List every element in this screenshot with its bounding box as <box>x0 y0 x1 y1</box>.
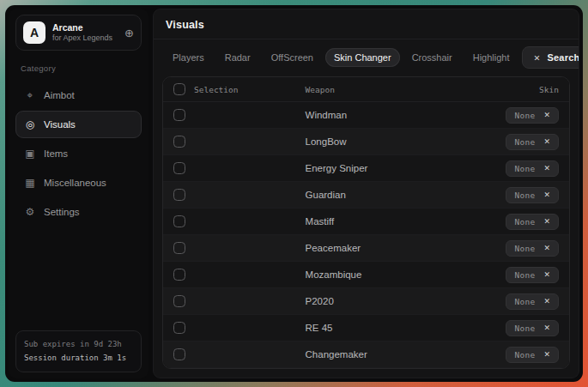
target-icon[interactable]: ⊕ <box>124 27 134 39</box>
sidebar-item[interactable]: ▣ Items <box>15 140 142 167</box>
page-title: Visuals <box>166 19 567 31</box>
sidebar-item[interactable]: ◎ Visuals <box>15 111 142 138</box>
clear-skin-x-icon[interactable]: ✕ <box>543 270 550 279</box>
row-checkbox[interactable] <box>173 136 185 148</box>
clear-skin-x-icon[interactable]: ✕ <box>543 297 550 305</box>
selection-column-header: Selection <box>194 85 238 94</box>
box-icon: ▣ <box>24 148 36 160</box>
skin-select-chip[interactable]: None ✕ <box>506 240 559 257</box>
skin-select-chip[interactable]: None ✕ <box>506 134 559 150</box>
row-checkbox[interactable] <box>173 215 185 227</box>
grid-icon: ▦ <box>24 177 36 189</box>
weapon-name: P2020 <box>306 296 334 306</box>
sidebar-item-label: Items <box>44 148 68 159</box>
clear-skin-x-icon[interactable]: ✕ <box>543 111 550 119</box>
skin-select-chip[interactable]: None ✕ <box>506 160 559 177</box>
weapon-name: Energy Sniper <box>306 163 368 173</box>
sidebar-item-label: Aimbot <box>44 90 75 100</box>
table-row: RE 45 None ✕ <box>163 315 569 342</box>
sidebar: A Arcane for Apex Legends ⊕ Category ⌖ A… <box>9 9 149 378</box>
sidebar-item-label: Miscellaneous <box>44 178 106 188</box>
table-row: Mastiff None ✕ <box>163 209 569 235</box>
table-row: P2020 None ✕ <box>163 288 569 315</box>
skin-column-header: Skin <box>539 85 559 94</box>
app-logo: A <box>23 21 45 44</box>
app-title: Arcane <box>52 22 118 33</box>
clear-skin-x-icon[interactable]: ✕ <box>543 350 550 359</box>
crosshair-icon: ⌖ <box>24 89 36 101</box>
tab[interactable]: Crosshair <box>403 48 461 67</box>
table-row: Peacemaker None ✕ <box>163 235 569 262</box>
skin-select-chip[interactable]: None ✕ <box>506 267 559 283</box>
search-button-label: Search <box>548 52 580 63</box>
clear-skin-x-icon[interactable]: ✕ <box>543 324 550 332</box>
clear-skin-x-icon[interactable]: ✕ <box>543 137 550 146</box>
sidebar-item[interactable]: ⌖ Aimbot <box>15 82 142 109</box>
table-header-row: Selection Weapon Skin <box>163 77 569 102</box>
skin-value: None <box>514 324 535 333</box>
table-row: Mozambique None ✕ <box>163 262 569 288</box>
clear-skin-x-icon[interactable]: ✕ <box>543 164 550 172</box>
eye-icon: ◎ <box>24 118 36 130</box>
sidebar-item[interactable]: ▦ Miscellaneous <box>15 169 142 197</box>
app-window: A Arcane for Apex Legends ⊕ Category ⌖ A… <box>5 5 583 382</box>
desktop-background: A Arcane for Apex Legends ⊕ Category ⌖ A… <box>0 0 588 387</box>
skin-select-chip[interactable]: None ✕ <box>506 107 559 124</box>
skin-value: None <box>514 111 535 120</box>
table-row: Changemaker None ✕ <box>163 342 569 368</box>
tab-bar: Players Radar OffScreen Skin Changer Cro… <box>154 39 579 74</box>
row-checkbox[interactable] <box>173 189 185 201</box>
skin-value: None <box>514 297 535 306</box>
tab-label: Players <box>173 52 204 63</box>
weapon-name: Mastiff <box>306 216 335 227</box>
table-row: Windman None ✕ <box>163 102 569 129</box>
row-checkbox[interactable] <box>173 109 185 121</box>
tab[interactable]: Skin Changer <box>325 48 400 67</box>
sidebar-item[interactable]: ⚙ Settings <box>15 198 142 226</box>
search-button[interactable]: ✕ Search <box>522 46 579 69</box>
skin-value: None <box>514 137 535 147</box>
tab-label: OffScreen <box>271 52 313 63</box>
clear-skin-x-icon[interactable]: ✕ <box>543 217 550 226</box>
weapon-name: RE 45 <box>306 323 333 333</box>
weapon-name: Peacemaker <box>306 243 361 253</box>
clear-skin-x-icon[interactable]: ✕ <box>543 190 550 199</box>
weapon-name: Changemaker <box>306 349 367 360</box>
tab-label: Highlight <box>473 52 510 63</box>
skin-value: None <box>514 270 535 280</box>
tab-label: Crosshair <box>412 52 452 63</box>
weapon-name: Guardian <box>306 190 346 200</box>
tab[interactable]: Highlight <box>464 48 518 67</box>
table-row: Energy Sniper None ✕ <box>163 155 569 182</box>
skin-select-chip[interactable]: None ✕ <box>506 293 559 310</box>
skin-select-chip[interactable]: None ✕ <box>506 214 559 230</box>
skin-value: None <box>514 244 535 253</box>
skin-select-chip[interactable]: None ✕ <box>506 320 559 336</box>
row-checkbox[interactable] <box>173 162 185 174</box>
clear-skin-x-icon[interactable]: ✕ <box>543 244 550 252</box>
row-checkbox[interactable] <box>173 269 185 281</box>
table-row: LongBow None ✕ <box>163 129 569 155</box>
tab[interactable]: Radar <box>216 48 259 67</box>
app-subtitle: for Apex Legends <box>52 33 118 43</box>
skin-select-chip[interactable]: None ✕ <box>506 187 559 203</box>
skin-value: None <box>514 350 535 360</box>
weapon-name: Mozambique <box>306 269 362 280</box>
row-checkbox[interactable] <box>173 242 185 254</box>
sidebar-item-label: Visuals <box>44 119 76 130</box>
row-checkbox[interactable] <box>173 295 185 307</box>
tab[interactable]: Players <box>164 48 213 67</box>
app-header-card: A Arcane for Apex Legends ⊕ <box>15 15 142 51</box>
tab-label: Skin Changer <box>334 52 391 63</box>
row-checkbox[interactable] <box>173 322 185 334</box>
tab[interactable]: OffScreen <box>263 48 322 67</box>
gear-icon: ⚙ <box>24 206 36 218</box>
main-header: Visuals <box>154 9 579 39</box>
weapon-name: Windman <box>306 110 348 120</box>
skin-changer-table: Selection Weapon Skin Windman None ✕ Lon… <box>162 76 570 369</box>
skin-select-chip[interactable]: None ✕ <box>506 347 559 363</box>
skin-value: None <box>514 164 535 173</box>
table-row: Guardian None ✕ <box>163 182 569 209</box>
select-all-checkbox[interactable] <box>173 83 185 95</box>
row-checkbox[interactable] <box>173 348 185 360</box>
